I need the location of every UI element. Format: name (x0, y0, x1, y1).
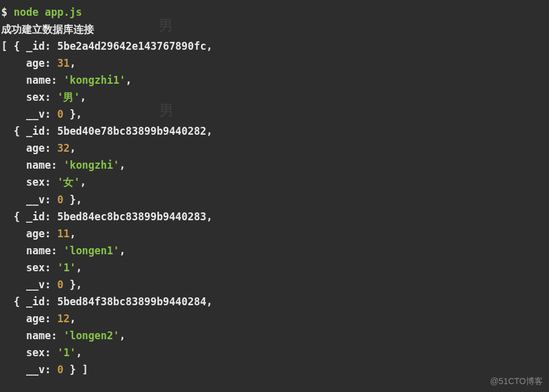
record-2-sex-line: sex: '1', (1, 259, 549, 276)
prompt-symbol: $ (1, 6, 7, 18)
record-3-name-line: name: 'longen2', (1, 327, 549, 344)
record-2-id-line: { _id: 5bed84ec8bc83899b9440283, (1, 208, 549, 225)
record-2-age-line: age: 11, (1, 225, 549, 242)
record-0-v-line: __v: 0 }, (1, 106, 549, 123)
record-1-v-line: __v: 0 }, (1, 191, 549, 208)
record-3-age-line: age: 12, (1, 310, 549, 327)
record-0-sex-line: sex: '男', (1, 89, 549, 106)
record-1-name-line: name: 'kongzhi', (1, 157, 549, 174)
record-1-sex-line: sex: '女', (1, 174, 549, 191)
record-3-id-line: { _id: 5bed84f38bc83899b9440284, (1, 293, 549, 310)
record-2-name-line: name: 'longen1', (1, 242, 549, 259)
prompt-line: $ node app.js (1, 4, 549, 21)
record-1-id-line: { _id: 5bed40e78bc83899b9440282, (1, 123, 549, 140)
record-1-age-line: age: 32, (1, 140, 549, 157)
record-0-age-line: age: 31, (1, 55, 549, 72)
record-0-id-line: [ { _id: 5be2a4d29642e143767890fc, (1, 38, 549, 55)
watermark: @51CTO博客 (490, 374, 543, 388)
record-2-v-line: __v: 0 }, (1, 276, 549, 293)
command-text: node app.js (14, 6, 83, 18)
record-3-sex-line: sex: '1', (1, 344, 549, 361)
connection-message: 成功建立数据库连接 (1, 21, 549, 38)
record-0-name-line: name: 'kongzhi1', (1, 72, 549, 89)
record-3-v-line: __v: 0 } ] (1, 361, 549, 378)
